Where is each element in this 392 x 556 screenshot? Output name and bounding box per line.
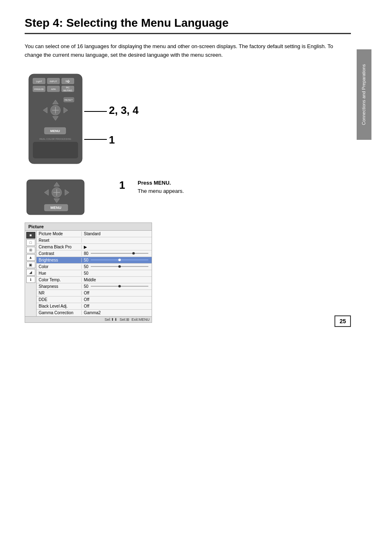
svg-text:REAL COLOR PROCESSING: REAL COLOR PROCESSING — [39, 138, 71, 140]
remote-control-diagram: LighT INPUT I/⏻ FREEZE APA PIC MUTING — [25, 72, 97, 168]
menu-icon-6: ◢ — [26, 269, 35, 276]
bottom-left-panel: MENU Picture ■ □ ⊞ ▲ ▣ ◢ ℹ — [25, 179, 107, 323]
svg-text:MENU: MENU — [51, 206, 62, 210]
menu-icon-5: ▣ — [26, 262, 35, 268]
callout-1: 1 — [109, 134, 115, 146]
menu-icons-column: ■ □ ⊞ ▲ ▣ ◢ ℹ — [25, 231, 37, 316]
callout-line-234 — [84, 111, 107, 112]
menu-icon-4: ▲ — [26, 254, 35, 261]
svg-text:APA: APA — [51, 88, 56, 90]
step-number: 1 — [119, 179, 131, 196]
page-number: 25 — [334, 315, 351, 327]
svg-text:INPUT: INPUT — [50, 80, 57, 83]
svg-text:PIC: PIC — [66, 86, 69, 89]
callout-line-1 — [84, 139, 107, 140]
step-action: Press MENU. — [138, 180, 171, 186]
svg-text:LighT: LighT — [36, 80, 42, 83]
svg-rect-26 — [33, 142, 78, 158]
menu-icon-2: □ — [26, 239, 35, 246]
step-description: The menu appears. — [138, 188, 184, 194]
intro-text: You can select one of 16 languages for d… — [25, 42, 351, 60]
remote-closeup-diagram: MENU — [25, 179, 107, 218]
sidebar-tab: Connections and Preparations — [357, 49, 371, 140]
callout-234: 2, 3, 4 — [109, 104, 138, 117]
page-title: Step 4: Selecting the Menu Language — [25, 16, 351, 34]
svg-text:I/⏻: I/⏻ — [66, 80, 70, 83]
svg-text:FREEZE: FREEZE — [34, 88, 44, 90]
menu-icon-picture: ■ — [26, 232, 35, 239]
step-instructions: 1 Press MENU. The menu appears. — [119, 179, 351, 323]
menu-icon-3: ⊞ — [26, 247, 35, 253]
svg-text:MUTING: MUTING — [63, 89, 72, 92]
svg-text:RESET: RESET — [65, 99, 73, 101]
menu-icon-7: ℹ — [26, 276, 35, 283]
svg-text:MENU: MENU — [50, 129, 60, 133]
